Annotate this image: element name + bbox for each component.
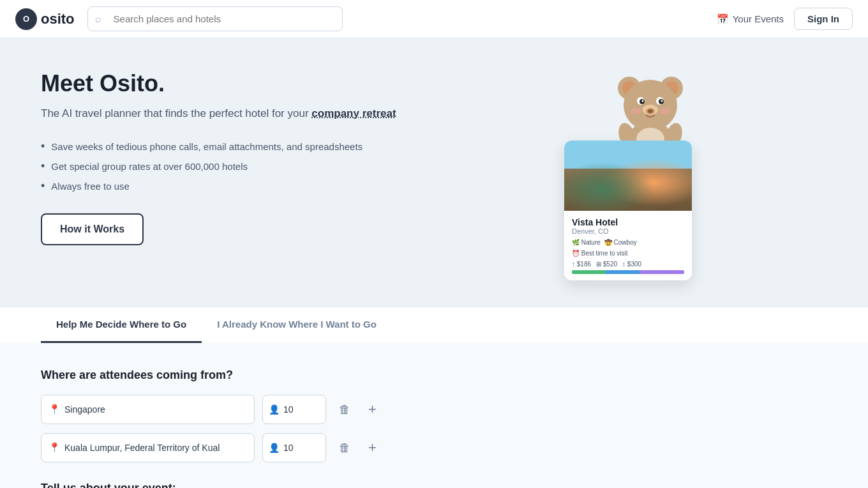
hotel-tag-2: 🤠 Cowboy — [604, 239, 637, 246]
location-input-1[interactable] — [41, 395, 255, 424]
tab-already-know[interactable]: I Already Know Where I Want to Go — [202, 307, 392, 343]
logo-icon: O — [15, 8, 37, 30]
search-bar: ⌕ — [87, 6, 343, 31]
location-pin-icon-2: 📍 — [49, 442, 61, 454]
attendee-row-2: 📍 👤 🗑 + — [41, 433, 827, 462]
hotel-location: Denver, CO — [572, 227, 684, 235]
attendee-row-1: 📍 👤 🗑 + — [41, 395, 827, 424]
hero-subtitle-text: The AI travel planner that finds the per… — [41, 107, 309, 119]
location-input-wrap-1: 📍 — [41, 395, 255, 424]
svg-point-15 — [660, 108, 670, 114]
hero-bullets: Save weeks of tedious phone calls, email… — [41, 140, 488, 193]
trash-icon-2: 🗑 — [339, 441, 350, 455]
hotel-tag-1: 🌿 Nature — [572, 239, 601, 246]
delete-row-1-button[interactable]: 🗑 — [334, 398, 355, 422]
trash-icon-1: 🗑 — [339, 403, 350, 416]
svg-point-9 — [642, 100, 644, 102]
calendar-icon: 📅 — [717, 13, 729, 25]
tabs-row: Help Me Decide Where to Go I Already Kno… — [0, 307, 868, 343]
tell-us-question: Tell us about your event: — [41, 482, 827, 488]
sign-in-button[interactable]: Sign In — [794, 8, 853, 30]
price-1: ↑ $186 — [572, 261, 591, 268]
header: O osito ⌕ 📅 Your Events Sign In — [0, 0, 868, 38]
your-events-label: Your Events — [733, 13, 784, 24]
tab-help-decide[interactable]: Help Me Decide Where to Go — [41, 307, 202, 343]
search-icon: ⌕ — [95, 13, 101, 25]
how-it-works-button[interactable]: How it Works — [41, 213, 144, 245]
price-3: ↕ $300 — [622, 261, 641, 268]
hero-section: Meet Osito. The AI travel planner that f… — [0, 38, 868, 307]
svg-point-10 — [661, 100, 663, 102]
logo: O osito — [15, 8, 75, 30]
svg-point-14 — [631, 108, 641, 114]
add-row-2-button[interactable]: + — [363, 434, 382, 461]
logo-text: osito — [41, 11, 75, 27]
attendee-count-wrap-2: 👤 — [262, 433, 326, 462]
hotel-card-body: Vista Hotel Denver, CO 🌿 Nature 🤠 Cowboy… — [564, 211, 692, 280]
hotel-tags: 🌿 Nature 🤠 Cowboy — [572, 239, 684, 246]
hotel-card-image — [564, 141, 692, 211]
price-2: ⊞ $520 — [596, 261, 617, 268]
hero-title: Meet Osito. — [41, 70, 488, 97]
location-input-2[interactable] — [41, 433, 255, 462]
form-section: Where are attendees coming from? 📍 👤 🗑 +… — [0, 343, 868, 488]
hotel-card: Vista Hotel Denver, CO 🌿 Nature 🤠 Cowboy… — [564, 141, 692, 280]
add-row-1-button[interactable]: + — [363, 396, 382, 423]
price-bar — [572, 270, 684, 274]
hero-illustration: Vista Hotel Denver, CO 🌿 Nature 🤠 Cowboy… — [513, 64, 692, 280]
header-right: 📅 Your Events Sign In — [717, 8, 853, 30]
search-input[interactable] — [87, 6, 343, 31]
person-icon-1: 👤 — [269, 404, 280, 415]
hotel-name: Vista Hotel — [572, 217, 684, 227]
location-input-wrap-2: 📍 — [41, 433, 255, 462]
person-icon-2: 👤 — [269, 443, 280, 453]
hotel-tag-3: ⏰ Best time to visit — [572, 250, 628, 257]
plus-icon-2: + — [368, 439, 377, 456]
bullet-1: Save weeks of tedious phone calls, email… — [41, 140, 488, 153]
your-events-button[interactable]: 📅 Your Events — [717, 13, 784, 25]
location-pin-icon-1: 📍 — [49, 404, 61, 415]
tabs-section: Help Me Decide Where to Go I Already Kno… — [0, 307, 868, 343]
attendees-question: Where are attendees coming from? — [41, 369, 827, 382]
hero-subtitle: The AI travel planner that finds the per… — [41, 105, 488, 122]
attendee-count-wrap-1: 👤 — [262, 395, 326, 424]
svg-point-13 — [648, 109, 653, 113]
hotel-prices: ↑ $186 ⊞ $520 ↕ $300 — [572, 261, 684, 268]
bear-container — [513, 64, 692, 153]
bullet-3: Always free to use — [41, 179, 488, 193]
hero-subtitle-highlight: company retreat — [311, 107, 396, 119]
delete-row-2-button[interactable]: 🗑 — [334, 436, 355, 460]
hero-content: Meet Osito. The AI travel planner that f… — [41, 70, 488, 245]
bear-illustration — [609, 64, 692, 153]
plus-icon-1: + — [368, 401, 377, 418]
hotel-tags-2: ⏰ Best time to visit — [572, 250, 684, 257]
bullet-2: Get special group rates at over 600,000 … — [41, 160, 488, 173]
